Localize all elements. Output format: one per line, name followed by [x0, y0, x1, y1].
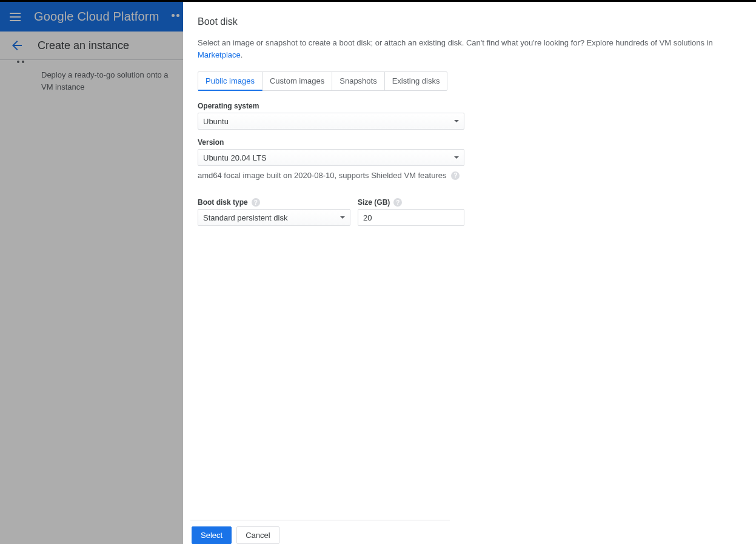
size-label: Size (GB): [358, 198, 390, 207]
boot-disk-dialog: Boot disk Select an image or snapshot to…: [183, 2, 756, 544]
help-icon[interactable]: ?: [451, 171, 460, 180]
tab-snapshots[interactable]: Snapshots: [332, 72, 384, 90]
disk-type-label: Boot disk type: [198, 198, 248, 207]
chevron-down-icon: [454, 156, 459, 159]
size-input[interactable]: [358, 209, 464, 226]
chevron-down-icon: [340, 216, 345, 219]
select-button[interactable]: Select: [192, 526, 232, 544]
version-select[interactable]: Ubuntu 20.04 LTS: [198, 149, 464, 166]
dialog-description: Select an image or snapshot to create a …: [198, 37, 741, 61]
os-value: Ubuntu: [203, 117, 229, 126]
marketplace-link[interactable]: Marketplace: [198, 50, 241, 59]
tab-custom-images[interactable]: Custom images: [263, 72, 332, 90]
disk-type-select[interactable]: Standard persistent disk: [198, 209, 350, 226]
os-label: Operating system: [198, 102, 741, 110]
help-icon[interactable]: ?: [252, 198, 260, 207]
version-label: Version: [198, 138, 741, 147]
tab-existing-disks[interactable]: Existing disks: [385, 72, 447, 90]
chevron-down-icon: [454, 120, 459, 122]
tab-public-images[interactable]: Public images: [198, 72, 263, 91]
modal-overlay[interactable]: [0, 2, 183, 544]
cancel-button[interactable]: Cancel: [236, 526, 279, 544]
version-hint: amd64 focal image built on 2020-08-10, s…: [198, 171, 741, 180]
os-select[interactable]: Ubuntu: [198, 113, 464, 130]
disk-type-value: Standard persistent disk: [203, 213, 287, 222]
version-value: Ubuntu 20.04 LTS: [203, 153, 267, 162]
dialog-title: Boot disk: [198, 16, 741, 27]
dialog-tabs: Public images Custom images Snapshots Ex…: [198, 71, 447, 91]
help-icon[interactable]: ?: [393, 198, 402, 207]
dialog-footer: Select Cancel: [190, 520, 450, 544]
